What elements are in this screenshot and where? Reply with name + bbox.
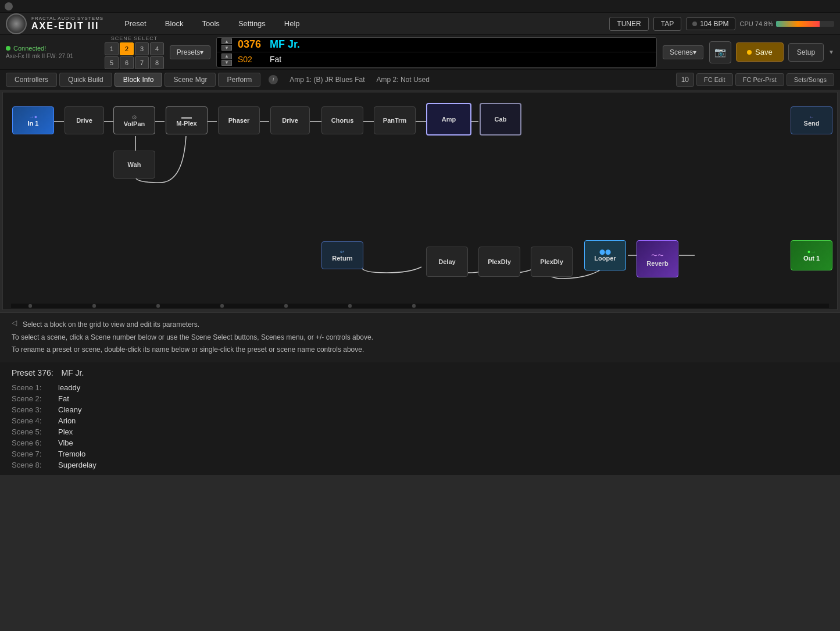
- tab-controllers[interactable]: Controllers: [6, 73, 57, 87]
- collapse-button[interactable]: ◁: [12, 319, 17, 327]
- scene-buttons-row1: 1 2 3 4: [105, 42, 164, 55]
- info-line-1: Select a block on the grid to view and e…: [12, 319, 828, 331]
- tab-count: 10: [676, 73, 694, 87]
- scene-num-3: Scene 3:: [12, 405, 52, 414]
- block-pantrm-label: PanTrm: [383, 117, 406, 124]
- action-buttons: 📷 Save Setup ▼: [709, 41, 834, 63]
- menu-tools[interactable]: Tools: [199, 17, 223, 30]
- fc-edit-button[interactable]: FC Edit: [696, 73, 733, 86]
- scene-entry-1[interactable]: Scene 1: leaddy: [12, 383, 828, 392]
- scene-name-2: Fat: [58, 394, 69, 403]
- info-line-3: To rename a preset or scene, double-clic…: [12, 344, 828, 357]
- scroll-thumb-4[interactable]: [220, 304, 224, 308]
- block-amp[interactable]: Amp: [426, 103, 471, 136]
- fc-per-prst-button[interactable]: FC Per-Prst: [735, 73, 784, 86]
- scene-up-arrow[interactable]: ▲: [221, 54, 232, 59]
- menu-settings[interactable]: Settings: [235, 17, 269, 30]
- block-volpan[interactable]: ⊙ VolPan: [113, 106, 155, 134]
- block-out1-label: Out 1: [803, 255, 820, 262]
- connected-dot: [6, 46, 10, 51]
- scene-entry-4[interactable]: Scene 4: Arion: [12, 416, 828, 425]
- block-drive2[interactable]: Drive: [270, 106, 310, 134]
- block-plexdly1[interactable]: PlexDly: [478, 247, 520, 277]
- block-wah[interactable]: Wah: [113, 151, 155, 179]
- scene-entry-3[interactable]: Scene 3: Cleany: [12, 405, 828, 414]
- tab-block-info[interactable]: Block Info: [115, 73, 163, 87]
- presets-menu-button[interactable]: Presets▾: [170, 45, 210, 59]
- scroll-thumb-6[interactable]: [348, 304, 352, 308]
- block-in1[interactable]: →● In 1: [12, 106, 54, 134]
- status-indicator: Connected! Axe-Fx III mk II FW: 27.01: [6, 45, 99, 59]
- scroll-thumb-5[interactable]: [284, 304, 288, 308]
- scene-btn-8[interactable]: 8: [150, 56, 164, 69]
- tuner-button[interactable]: TUNER: [609, 17, 648, 31]
- scene-btn-4[interactable]: 4: [150, 42, 164, 55]
- block-looper[interactable]: ⬤⬤ Looper: [584, 240, 626, 270]
- preset-down-arrow[interactable]: ▼: [221, 45, 232, 51]
- block-send[interactable]: ← Send: [791, 106, 832, 134]
- menu-help[interactable]: Help: [281, 17, 303, 30]
- block-plexdly1-label: PlexDly: [488, 258, 511, 265]
- sets-songs-button[interactable]: Sets/Songs: [787, 73, 834, 86]
- scene-entry-7[interactable]: Scene 7: Tremolo: [12, 450, 828, 458]
- preset-number: 0376: [238, 38, 264, 51]
- block-plexdly2[interactable]: PlexDly: [531, 247, 573, 277]
- scene-btn-6[interactable]: 6: [120, 56, 134, 69]
- preset-up-arrow[interactable]: ▲: [221, 38, 232, 44]
- tab-scene-mgr[interactable]: Scene Mgr: [165, 73, 216, 87]
- scenes-menu-button[interactable]: Scenes▾: [663, 45, 703, 59]
- scene-entry-5[interactable]: Scene 5: Plex: [12, 427, 828, 436]
- scene-name-1: leaddy: [58, 383, 80, 392]
- scene-btn-7[interactable]: 7: [135, 56, 149, 69]
- window-icon: [5, 2, 13, 10]
- block-mplex-label: M-Plex: [176, 120, 196, 127]
- block-phaser[interactable]: Phaser: [218, 106, 260, 134]
- cpu-label: CPU 74.8%: [740, 20, 773, 27]
- scene-entry-2[interactable]: Scene 2: Fat: [12, 394, 828, 403]
- scene-btn-2[interactable]: 2: [120, 42, 134, 55]
- save-button[interactable]: Save: [736, 42, 784, 62]
- tab-perform[interactable]: Perform: [218, 73, 260, 87]
- scroll-thumb-1[interactable]: [28, 304, 32, 308]
- block-reverb[interactable]: 〜〜 Reverb: [637, 240, 678, 277]
- block-plexdly2-label: PlexDly: [540, 258, 563, 265]
- menu-items: Preset Block Tools Settings Help: [121, 17, 609, 30]
- block-pantrm[interactable]: PanTrm: [374, 106, 416, 134]
- block-drive1-label: Drive: [76, 117, 92, 124]
- dropdown-arrow[interactable]: ▼: [828, 49, 834, 55]
- block-chorus[interactable]: Chorus: [321, 106, 363, 134]
- scene-entries: Scene 1: leaddy Scene 2: Fat Scene 3: Cl…: [12, 383, 828, 469]
- menu-bar: FRACTAL AUDIO SYSTEMS AXE-EDIT III Prese…: [0, 13, 840, 35]
- menu-preset[interactable]: Preset: [121, 17, 150, 30]
- amp2-info: Amp 2: Not Used: [377, 76, 430, 84]
- block-cab[interactable]: Cab: [480, 103, 521, 136]
- scene-name-4: Arion: [58, 416, 76, 425]
- scene-btn-1[interactable]: 1: [105, 42, 119, 55]
- firmware-text: Axe-Fx III mk II FW: 27.01: [6, 53, 99, 59]
- scene-num-2: Scene 2:: [12, 394, 52, 403]
- block-drive1[interactable]: Drive: [65, 106, 104, 134]
- setup-button[interactable]: Setup: [788, 43, 824, 62]
- tap-button[interactable]: TAP: [653, 17, 681, 31]
- block-return[interactable]: ↩ Return: [321, 241, 363, 269]
- menu-block[interactable]: Block: [162, 17, 187, 30]
- block-send-label: Send: [804, 120, 820, 127]
- scene-entry-6[interactable]: Scene 6: Vibe: [12, 439, 828, 447]
- block-delay[interactable]: Delay: [426, 247, 468, 277]
- block-mplex[interactable]: ▬▬ M-Plex: [166, 106, 208, 134]
- scroll-thumb-3[interactable]: [156, 304, 160, 308]
- scene-down-arrow[interactable]: ▼: [221, 60, 232, 66]
- tab-quick-build[interactable]: Quick Build: [59, 73, 112, 87]
- block-wah-label: Wah: [128, 161, 141, 168]
- menu-right: TUNER TAP 104 BPM CPU 74.8%: [609, 17, 834, 31]
- scene-btn-3[interactable]: 3: [135, 42, 149, 55]
- camera-button[interactable]: 📷: [709, 41, 731, 63]
- scroll-thumb-7[interactable]: [412, 304, 416, 308]
- block-out1[interactable]: ●→ Out 1: [791, 240, 832, 270]
- scene-btn-5[interactable]: 5: [105, 56, 119, 69]
- scene-name[interactable]: Fat: [270, 55, 281, 64]
- scene-arrows: ▲ ▼: [221, 54, 232, 66]
- scroll-thumb-2[interactable]: [92, 304, 96, 308]
- scene-entry-8[interactable]: Scene 8: Superdelay: [12, 461, 828, 469]
- preset-name[interactable]: MF Jr.: [270, 38, 300, 51]
